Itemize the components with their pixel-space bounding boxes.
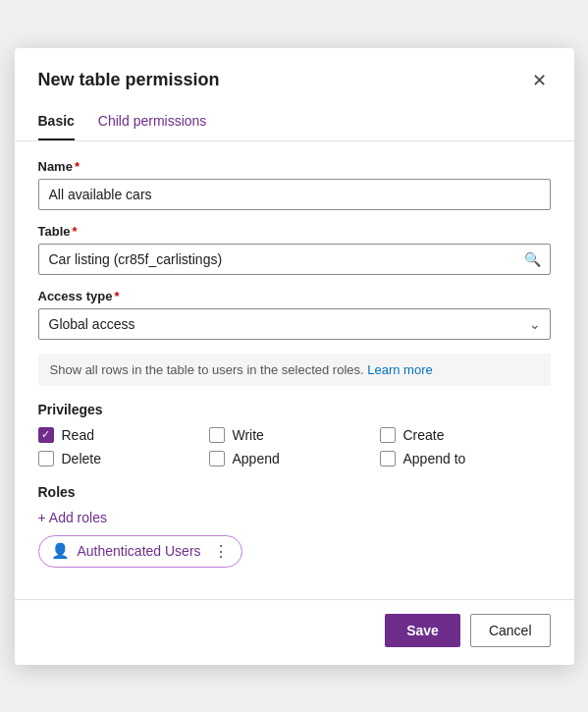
checkbox-read[interactable]: ✓ bbox=[38, 427, 54, 443]
access-type-label: Access type* bbox=[38, 289, 551, 303]
user-icon: 👤 bbox=[51, 542, 70, 560]
checkbox-delete[interactable] bbox=[38, 451, 54, 466]
info-box: Show all rows in the table to users in t… bbox=[38, 354, 551, 386]
close-button[interactable]: ✕ bbox=[528, 68, 551, 93]
role-chip-label: Authenticated Users bbox=[78, 543, 201, 559]
name-field-group: Name* bbox=[38, 159, 551, 210]
dialog: New table permission ✕ Basic Child permi… bbox=[15, 48, 574, 665]
dialog-footer: Save Cancel bbox=[15, 600, 574, 665]
privilege-read[interactable]: ✓ Read bbox=[38, 427, 209, 443]
table-input-wrapper: 🔍 bbox=[38, 244, 551, 275]
privileges-title: Privileges bbox=[38, 402, 551, 417]
tabs-bar: Basic Child permissions bbox=[15, 93, 574, 141]
tab-basic[interactable]: Basic bbox=[38, 107, 75, 140]
dialog-body: Name* Table* 🔍 Access type* Global acces… bbox=[15, 141, 574, 589]
name-input[interactable] bbox=[38, 179, 551, 210]
privilege-delete[interactable]: Delete bbox=[38, 451, 209, 466]
tab-child-permissions[interactable]: Child permissions bbox=[98, 107, 206, 140]
roles-section: Roles + Add roles 👤 Authenticated Users … bbox=[38, 484, 551, 568]
dialog-title: New table permission bbox=[38, 70, 220, 90]
checkbox-append-to[interactable] bbox=[380, 451, 396, 466]
role-chip[interactable]: 👤 Authenticated Users ⋮ bbox=[38, 535, 242, 568]
access-type-select-wrapper: Global access Local access Deep access B… bbox=[38, 308, 551, 340]
privileges-grid: ✓ Read Write Create Delete Append bbox=[38, 427, 551, 466]
table-field-group: Table* 🔍 bbox=[38, 224, 551, 275]
access-type-field-group: Access type* Global access Local access … bbox=[38, 289, 551, 340]
cancel-button[interactable]: Cancel bbox=[470, 614, 551, 647]
checkbox-create[interactable] bbox=[380, 427, 396, 443]
table-input[interactable] bbox=[38, 244, 551, 275]
search-icon: 🔍 bbox=[524, 251, 541, 267]
save-button[interactable]: Save bbox=[385, 614, 460, 647]
dialog-header: New table permission ✕ bbox=[15, 48, 574, 93]
checkbox-append[interactable] bbox=[209, 451, 225, 466]
more-options-icon[interactable]: ⋮ bbox=[213, 542, 230, 561]
access-type-select[interactable]: Global access Local access Deep access B… bbox=[38, 308, 551, 340]
add-roles-button[interactable]: + Add roles bbox=[38, 510, 107, 525]
privilege-append[interactable]: Append bbox=[209, 451, 380, 466]
privilege-write[interactable]: Write bbox=[209, 427, 380, 443]
name-label: Name* bbox=[38, 159, 551, 174]
checkbox-write[interactable] bbox=[209, 427, 225, 443]
privilege-append-to[interactable]: Append to bbox=[380, 451, 551, 466]
table-label: Table* bbox=[38, 224, 551, 239]
roles-title: Roles bbox=[38, 484, 551, 500]
learn-more-link[interactable]: Learn more bbox=[367, 362, 432, 377]
privilege-create[interactable]: Create bbox=[380, 427, 551, 443]
